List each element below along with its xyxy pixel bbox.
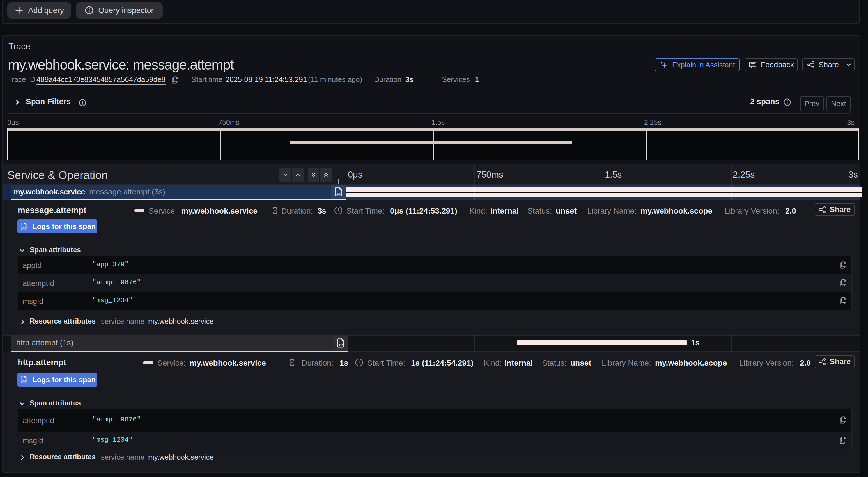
svg-text:LOG: LOG bbox=[21, 380, 26, 383]
svg-text:LOG: LOG bbox=[21, 227, 26, 230]
svg-text:LOG: LOG bbox=[335, 192, 342, 196]
svg-text:LOG: LOG bbox=[337, 344, 344, 347]
